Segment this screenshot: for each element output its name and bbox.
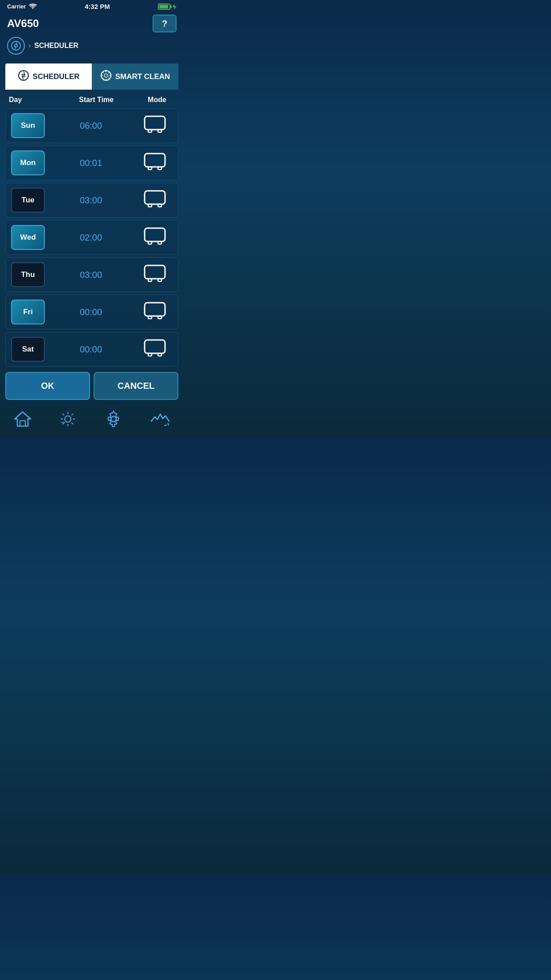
day-button-sat[interactable]: Sat: [11, 337, 45, 362]
ok-button[interactable]: OK: [5, 372, 90, 400]
tab-smart-clean[interactable]: SMART CLEAN: [92, 63, 178, 90]
start-time-fri[interactable]: 00:00: [45, 307, 137, 317]
header-time: Start Time: [53, 96, 139, 104]
mode-icon-wed[interactable]: [137, 227, 173, 248]
day-button-tue[interactable]: Tue: [11, 188, 45, 213]
tab-smart-clean-label: SMART CLEAN: [115, 72, 170, 81]
svg-line-14: [102, 78, 103, 79]
svg-point-6: [104, 74, 108, 77]
svg-marker-0: [172, 4, 177, 10]
start-time-sat[interactable]: 00:00: [45, 344, 137, 355]
settings-icon: [104, 410, 123, 428]
wifi-icon: [29, 4, 37, 10]
mode-icon-sat[interactable]: [137, 339, 173, 360]
day-button-sun[interactable]: Sun: [11, 113, 45, 138]
svg-rect-37: [20, 421, 25, 426]
svg-marker-36: [15, 412, 31, 426]
scheduler-icon: [11, 40, 21, 51]
tab-smart-clean-icon: [100, 70, 112, 83]
table-header: Day Start Time Mode: [0, 90, 184, 108]
schedule-row-fri[interactable]: Fri 00:00: [5, 295, 178, 329]
help-label: ?: [162, 19, 167, 29]
header-day: Day: [9, 96, 53, 104]
breadcrumb: › SCHEDULER: [0, 35, 184, 60]
svg-rect-19: [148, 167, 152, 170]
device-title: AV650: [7, 17, 39, 30]
svg-rect-23: [158, 204, 161, 207]
schedule-row-sun[interactable]: Sun 06:00: [5, 108, 178, 143]
svg-line-11: [102, 72, 103, 73]
svg-point-38: [65, 416, 71, 422]
schedule-row-sat[interactable]: Sat 00:00: [5, 332, 178, 367]
nav-home[interactable]: [14, 411, 31, 427]
svg-rect-20: [158, 167, 161, 170]
breadcrumb-icon: [7, 37, 25, 55]
schedule-list: Sun 06:00 Mon 00:01: [0, 108, 184, 367]
mode-icon-tue[interactable]: [137, 190, 173, 211]
svg-rect-29: [158, 279, 161, 281]
tab-scheduler-icon: [18, 70, 29, 83]
svg-line-45: [71, 414, 73, 415]
schedule-row-thu[interactable]: Thu 03:00: [5, 257, 178, 292]
status-left: Carrier: [7, 3, 37, 10]
svg-rect-21: [145, 191, 165, 204]
svg-rect-22: [148, 204, 152, 207]
svg-rect-15: [145, 116, 165, 130]
time-label: 4:32 PM: [85, 3, 110, 10]
svg-rect-33: [145, 340, 165, 353]
header-mode: Mode: [139, 96, 175, 104]
schedule-row-mon[interactable]: Mon 00:01: [5, 146, 178, 180]
svg-rect-34: [148, 353, 152, 356]
bottom-nav: [0, 403, 184, 437]
day-button-fri[interactable]: Fri: [11, 300, 45, 324]
start-time-wed[interactable]: 02:00: [45, 233, 137, 243]
charging-icon: [172, 4, 177, 10]
svg-rect-32: [158, 316, 161, 319]
day-button-mon[interactable]: Mon: [11, 150, 45, 175]
start-time-thu[interactable]: 03:00: [45, 270, 137, 280]
tab-scheduler-label: SCHEDULER: [33, 72, 80, 81]
status-bar: Carrier 4:32 PM: [0, 0, 184, 12]
svg-line-44: [71, 423, 73, 424]
breadcrumb-label: SCHEDULER: [34, 42, 79, 50]
schedule-row-tue[interactable]: Tue 03:00: [5, 183, 178, 217]
tabs-container: SCHEDULER SMART CLEAN: [5, 63, 178, 90]
mode-icon-thu[interactable]: [137, 265, 173, 285]
mode-icon-fri[interactable]: [137, 302, 173, 323]
monitor-icon: [150, 411, 170, 427]
svg-rect-27: [145, 265, 165, 279]
svg-point-5: [101, 71, 111, 80]
svg-rect-35: [158, 353, 161, 356]
day-button-wed[interactable]: Wed: [11, 225, 45, 250]
svg-point-48: [111, 416, 116, 422]
battery-icon: [158, 4, 170, 10]
bottom-buttons: OK CANCEL: [0, 367, 184, 400]
mode-icon-mon[interactable]: [137, 153, 173, 174]
svg-line-12: [108, 78, 109, 79]
svg-line-43: [63, 414, 64, 415]
svg-rect-24: [145, 228, 165, 241]
svg-rect-26: [158, 241, 161, 244]
status-right: [158, 4, 177, 10]
start-time-mon[interactable]: 00:01: [45, 158, 137, 168]
help-button[interactable]: ?: [153, 15, 177, 32]
svg-rect-30: [145, 303, 165, 316]
mode-icon-sun[interactable]: [137, 115, 173, 136]
svg-rect-28: [148, 279, 152, 281]
tab-scheduler[interactable]: SCHEDULER: [5, 63, 92, 90]
start-time-tue[interactable]: 03:00: [45, 195, 137, 205]
header: AV650 ?: [0, 12, 184, 35]
home-icon: [14, 411, 31, 427]
svg-rect-17: [158, 130, 161, 132]
cancel-button[interactable]: CANCEL: [94, 372, 178, 400]
schedule-row-wed[interactable]: Wed 02:00: [5, 220, 178, 255]
svg-rect-18: [145, 154, 165, 167]
nav-monitor[interactable]: [150, 411, 170, 427]
svg-rect-16: [148, 130, 152, 132]
start-time-sun[interactable]: 06:00: [45, 121, 137, 131]
nav-settings[interactable]: [104, 410, 123, 428]
day-button-thu[interactable]: Thu: [11, 262, 45, 287]
nav-light-settings[interactable]: [59, 410, 77, 428]
breadcrumb-separator: ›: [28, 42, 31, 50]
carrier-label: Carrier: [7, 3, 26, 10]
